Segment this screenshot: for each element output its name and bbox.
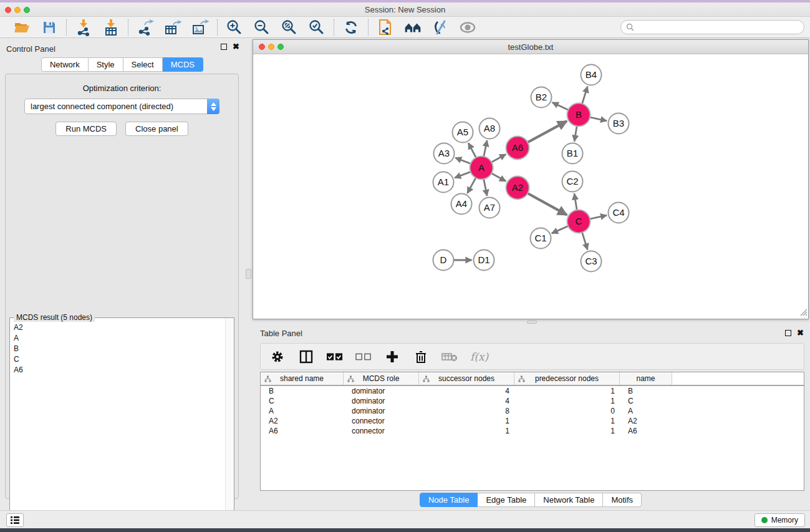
tab-network-table[interactable]: Network Table <box>535 493 603 507</box>
create-column-icon[interactable] <box>384 349 400 365</box>
zoom-fit-icon[interactable] <box>281 19 298 36</box>
table-cell: A2 <box>620 417 672 425</box>
import-network-icon[interactable] <box>75 19 92 36</box>
table-cell: 0 <box>514 407 620 415</box>
mcds-result-item[interactable]: A <box>11 332 225 343</box>
graph-node-label: B3 <box>613 118 624 128</box>
save-session-icon[interactable] <box>41 19 58 36</box>
table-panel: Table Panel ✖ <box>253 324 809 509</box>
graph-node-label: B4 <box>586 69 597 80</box>
app-titlebar: Session: New Session <box>0 2 810 17</box>
eye-icon[interactable] <box>459 19 476 36</box>
table-cell: 1 <box>514 397 620 405</box>
float-panel-icon[interactable] <box>221 44 227 50</box>
memory-button[interactable]: Memory <box>755 513 805 527</box>
network-canvas[interactable]: B4B2BB3A5A8A6B1A3AC2A1A2A4A7CC4C1C3DD1 <box>254 55 808 319</box>
tab-network[interactable]: Network <box>41 57 89 72</box>
tab-motifs[interactable]: Motifs <box>603 493 642 507</box>
task-history-button[interactable] <box>6 513 24 527</box>
table-row[interactable]: Bdominator41B <box>261 386 804 396</box>
search-field[interactable] <box>620 20 804 34</box>
graph-node-label: A4 <box>456 198 467 209</box>
mcds-result-title: MCDS result (5 nodes) <box>14 313 95 322</box>
mcds-result-item[interactable]: A6 <box>11 364 225 375</box>
home-icon[interactable] <box>404 19 422 36</box>
run-mcds-button[interactable]: Run MCDS <box>55 122 117 136</box>
table-cell: 1 <box>514 427 620 435</box>
control-panel: Control Panel ✖ NetworkStyleSelectMCDS O… <box>0 38 244 510</box>
graph-node-label: A7 <box>484 202 495 213</box>
node-table: shared nameMCDS rolesuccessor nodesprede… <box>260 372 804 491</box>
open-session-icon[interactable] <box>13 19 31 36</box>
graph-node-label: A1 <box>438 177 449 187</box>
control-panel-title: Control Panel <box>6 44 55 54</box>
table-cell: 1 <box>419 427 514 435</box>
tab-node-table[interactable]: Node Table <box>420 493 478 507</box>
select-all-rows-icon[interactable] <box>327 349 343 365</box>
network-view-window: testGlobe.txt B4B2BB3A5A8A6B1A3AC2A1A2A4… <box>253 39 809 319</box>
table-cell: 4 <box>419 387 514 395</box>
table-header-row: shared nameMCDS rolesuccessor nodesprede… <box>261 372 804 386</box>
table-row[interactable]: Adominator80A <box>261 406 804 416</box>
refresh-icon[interactable] <box>342 19 360 36</box>
column-header-successor-nodes[interactable]: successor nodes <box>419 372 514 385</box>
column-header-MCDS-role[interactable]: MCDS role <box>344 372 419 385</box>
session-title: Session: New Session <box>0 5 810 14</box>
tab-select[interactable]: Select <box>123 57 163 72</box>
zoom-in-icon[interactable] <box>226 19 243 36</box>
delete-column-icon[interactable] <box>413 349 429 365</box>
export-table-icon[interactable] <box>164 19 181 36</box>
graph-node-label: C1 <box>534 233 546 243</box>
column-header-shared-name[interactable]: shared name <box>261 372 344 385</box>
table-cell: dominator <box>344 407 419 415</box>
zoom-out-icon[interactable] <box>253 19 271 36</box>
table-panel-title: Table Panel <box>260 329 302 338</box>
table-row[interactable]: A6connector11A6 <box>261 426 804 436</box>
graph-node-label: D1 <box>478 254 489 265</box>
close-table-panel-icon[interactable]: ✖ <box>797 330 804 336</box>
mcds-result-item[interactable]: A2 <box>11 322 225 332</box>
zoom-selected-icon[interactable] <box>308 19 325 36</box>
memory-status-icon <box>761 517 768 523</box>
optimization-criterion-label: Optimization criterion: <box>6 84 238 93</box>
graph-node-label: B1 <box>567 148 578 158</box>
table-cell: 1 <box>514 417 620 425</box>
mcds-result-box: MCDS result (5 nodes) A2ABCA6 <box>9 317 234 528</box>
mcds-result-item[interactable]: C <box>11 354 225 364</box>
criterion-dropdown[interactable]: largest connected component (directed) <box>24 99 219 114</box>
mcds-result-item[interactable]: B <box>11 343 225 354</box>
tab-style[interactable]: Style <box>89 57 123 72</box>
table-cell: A <box>620 407 672 415</box>
tab-mcds[interactable]: MCDS <box>163 57 203 72</box>
network-document-icon[interactable] <box>377 19 394 36</box>
table-row[interactable]: A2connector11A2 <box>261 416 804 426</box>
function-builder-icon[interactable]: f(x) <box>470 351 488 363</box>
resize-grip-icon[interactable] <box>799 308 808 318</box>
toggle-graphics-details-icon[interactable] <box>432 19 449 36</box>
vertical-splitter-handle[interactable] <box>246 269 251 279</box>
criterion-dropdown-value: largest connected component (directed) <box>25 102 207 111</box>
close-panel-button[interactable]: Close panel <box>125 122 188 136</box>
tab-edge-table[interactable]: Edge Table <box>478 493 535 507</box>
show-columns-icon[interactable] <box>298 349 314 365</box>
export-image-icon[interactable] <box>191 19 209 36</box>
table-cell: connector <box>344 427 419 435</box>
delete-table-icon[interactable] <box>441 349 458 365</box>
table-row[interactable]: Cdominator41C <box>261 396 804 406</box>
float-table-panel-icon[interactable] <box>785 330 791 336</box>
table-cell: 8 <box>419 407 514 415</box>
deselect-all-rows-icon[interactable] <box>355 349 372 365</box>
close-panel-icon[interactable]: ✖ <box>233 44 239 50</box>
dropdown-stepper-icon <box>207 99 219 114</box>
table-settings-gear-icon[interactable] <box>269 349 286 365</box>
search-input[interactable] <box>637 23 799 32</box>
import-table-icon[interactable] <box>102 19 120 36</box>
column-header-predecessor-nodes[interactable]: predecessor nodes <box>514 372 620 385</box>
horizontal-splitter-handle[interactable] <box>527 321 537 324</box>
table-cell: 1 <box>419 417 514 425</box>
table-cell: A6 <box>620 427 672 435</box>
result-list-scrollbar[interactable] <box>225 318 234 528</box>
column-header-name[interactable]: name <box>620 372 672 385</box>
mcds-tab-content: Optimization criterion: largest connecte… <box>5 74 239 499</box>
export-network-icon[interactable] <box>137 19 154 36</box>
